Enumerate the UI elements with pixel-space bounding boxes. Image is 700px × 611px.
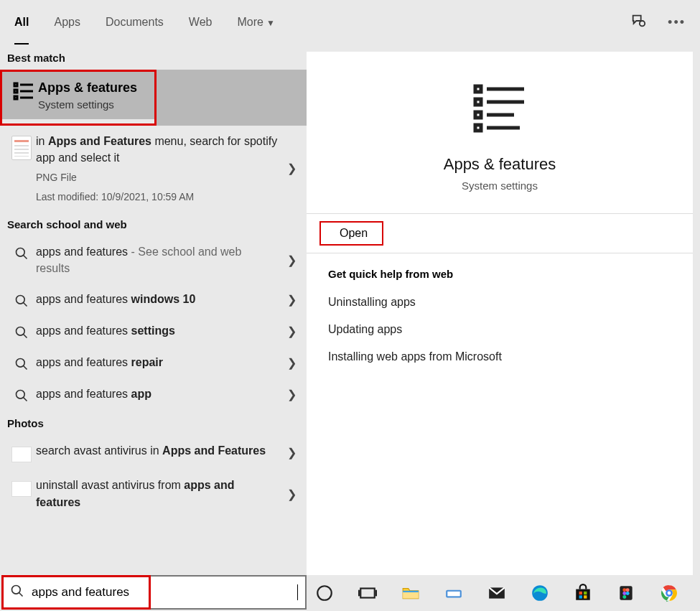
chevron-right-icon: ❯	[287, 162, 297, 175]
chevron-right-icon: ❯	[287, 325, 297, 338]
ws3-bold: repair	[131, 356, 163, 368]
search-box[interactable]	[1, 575, 307, 610]
chevron-right-icon: ❯	[287, 487, 297, 500]
help-link-updating[interactable]: Updating apps	[307, 316, 693, 343]
svg-point-50	[668, 592, 671, 595]
svg-rect-40	[579, 595, 582, 598]
search-icon	[7, 354, 36, 371]
preview-title: Apps & features	[444, 155, 556, 174]
svg-line-12	[24, 335, 27, 338]
best-match-item[interactable]: Apps & features System settings	[2, 72, 154, 119]
ws0-pre: apps and features	[36, 246, 128, 258]
svg-rect-37	[576, 589, 590, 600]
photo-thumbnail-icon	[11, 447, 32, 462]
tab-apps[interactable]: Apps	[54, 16, 80, 29]
svg-point-7	[17, 248, 25, 256]
more-options-icon[interactable]: •••	[668, 15, 686, 30]
taskbar-keyboard-icon[interactable]	[443, 582, 465, 604]
svg-line-10	[24, 303, 27, 307]
svg-rect-28	[360, 589, 375, 598]
highlight-open: Open	[319, 221, 383, 246]
text-caret	[297, 584, 298, 600]
section-best-match: Best match	[0, 45, 307, 70]
svg-line-14	[24, 366, 27, 370]
help-link-uninstalling[interactable]: Uninstalling apps	[307, 289, 693, 316]
taskbar-chrome-icon[interactable]	[658, 582, 680, 604]
highlight-best-match: Apps & features System settings	[0, 70, 157, 126]
section-photos: Photos	[0, 410, 307, 435]
svg-rect-3	[14, 96, 17, 99]
ws3-pre: apps and features	[36, 356, 131, 368]
photo-result-0[interactable]: search avast antivirus in Apps and Featu…	[0, 435, 307, 470]
file-line-prefix: in	[36, 135, 48, 147]
ws2-bold: settings	[131, 325, 175, 337]
search-icon	[7, 386, 36, 403]
best-match-row-bg	[157, 70, 307, 126]
ws2-pre: apps and features	[36, 325, 131, 337]
svg-point-25	[12, 586, 21, 594]
svg-point-13	[17, 359, 25, 368]
help-link-installing[interactable]: Installing web apps from Microsoft	[307, 343, 693, 370]
taskbar	[307, 575, 700, 611]
taskbar-figma-icon[interactable]	[615, 582, 637, 604]
chevron-right-icon: ❯	[287, 293, 297, 307]
search-icon	[7, 243, 36, 261]
preview-subtitle: System settings	[462, 179, 538, 192]
svg-rect-20	[475, 125, 481, 131]
search-icon	[7, 322, 36, 340]
tab-all[interactable]: All	[14, 16, 29, 45]
svg-point-0	[640, 21, 645, 26]
tab-more[interactable]: More▼	[237, 16, 274, 29]
web-suggestion-2[interactable]: apps and features settings ❯	[0, 315, 307, 347]
tab-web[interactable]: Web	[189, 16, 213, 29]
open-button[interactable]: Open	[340, 227, 368, 240]
result-file-item[interactable]: in Apps and Features menu, search for sp…	[0, 126, 307, 211]
search-icon	[10, 584, 24, 601]
web-suggestion-0[interactable]: apps and features - See school and web r…	[0, 236, 307, 284]
svg-rect-32	[403, 591, 419, 592]
taskbar-cortana-icon[interactable]	[314, 582, 335, 604]
chevron-right-icon: ❯	[287, 356, 297, 370]
svg-point-46	[626, 592, 630, 595]
svg-rect-19	[475, 112, 481, 118]
file-modified: Last modified: 10/9/2021, 10:59 AM	[36, 190, 278, 204]
tab-documents[interactable]: Documents	[106, 16, 164, 29]
web-suggestion-1[interactable]: apps and features windows 10 ❯	[0, 284, 307, 315]
feedback-icon[interactable]	[630, 13, 646, 32]
file-thumbnail-icon	[11, 136, 32, 160]
search-input[interactable]	[32, 585, 297, 600]
svg-line-16	[24, 398, 27, 401]
photo-result-1[interactable]: uninstall avast antivirus from apps and …	[0, 470, 307, 517]
search-scope-tabs: All Apps Documents Web More▼ •••	[0, 0, 700, 45]
ws4-bold: app	[131, 388, 151, 400]
best-match-subtitle: System settings	[38, 98, 137, 111]
svg-line-8	[24, 255, 27, 258]
best-match-title: Apps & features	[38, 80, 137, 95]
list-settings-icon	[9, 80, 38, 102]
taskbar-store-icon[interactable]	[572, 582, 594, 604]
help-heading: Get quick help from web	[307, 253, 693, 289]
preview-panel: Apps & features System settings Open Get…	[307, 52, 693, 611]
taskbar-file-explorer-icon[interactable]	[400, 582, 421, 604]
results-panel: Best match	[0, 45, 307, 611]
chevron-right-icon: ❯	[287, 388, 297, 401]
app-settings-large-icon	[471, 80, 528, 141]
search-icon	[7, 291, 36, 308]
ws1-bold: windows 10	[131, 293, 196, 305]
chevron-right-icon: ❯	[287, 253, 297, 267]
svg-rect-17	[475, 86, 481, 92]
web-suggestion-4[interactable]: apps and features app ❯	[0, 378, 307, 410]
taskbar-taskview-icon[interactable]	[357, 582, 378, 604]
web-suggestion-3[interactable]: apps and features repair ❯	[0, 347, 307, 378]
svg-rect-1	[14, 83, 17, 86]
taskbar-mail-icon[interactable]	[486, 582, 508, 604]
svg-rect-38	[579, 592, 582, 594]
taskbar-edge-icon[interactable]	[529, 582, 551, 604]
ph0-pre: search avast antivirus in	[36, 444, 162, 457]
svg-line-26	[19, 593, 23, 597]
svg-point-45	[622, 592, 626, 595]
ws4-pre: apps and features	[36, 388, 131, 400]
svg-point-27	[317, 586, 332, 600]
photo-thumbnail-icon	[11, 481, 32, 497]
svg-rect-34	[447, 592, 459, 597]
